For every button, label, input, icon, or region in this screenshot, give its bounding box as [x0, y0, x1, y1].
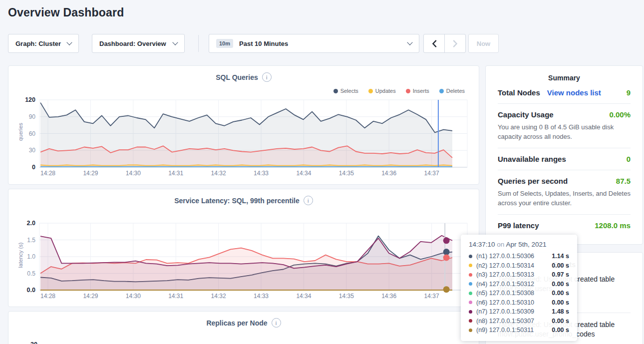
- summary-label: P99 latency: [498, 221, 539, 230]
- chart-hover-tooltip: 14:37:10 on Apr 5th, 2021 (n1) 127.0.0.1…: [461, 235, 577, 341]
- summary-value: 9: [627, 88, 631, 97]
- legend-label: Inserts: [413, 88, 429, 94]
- svg-text:14:34: 14:34: [296, 293, 311, 300]
- node-address: (n2) 127.0.0.1:50314: [476, 261, 534, 271]
- node-address: (n6) 127.0.0.1:50310: [476, 298, 534, 308]
- tooltip-node-row: (n8) 127.0.0.1:503070.00 s: [469, 317, 569, 326]
- tooltip-node-row: (n9) 127.0.0.1:503110.00 s: [469, 326, 569, 335]
- summary-panel: Summary Total Nodes View nodes list 9 Ca…: [485, 65, 643, 245]
- svg-text:14:32: 14:32: [211, 293, 226, 300]
- chevron-down-icon: [407, 39, 412, 45]
- graph-scope-dropdown[interactable]: Graph: Cluster: [8, 34, 79, 53]
- time-nav-group: [423, 34, 466, 53]
- graph-scope-dropdown-label: Graph: Cluster: [15, 40, 61, 47]
- svg-text:14:36: 14:36: [381, 170, 396, 177]
- node-color-dot: [469, 301, 472, 304]
- svg-text:14:32: 14:32: [211, 170, 226, 177]
- tooltip-node-row: (n6) 127.0.0.1:503100.00 s: [469, 298, 569, 308]
- legend-dot: [439, 89, 444, 93]
- chart-header: Service Latency: SQL, 99th percentile: [8, 196, 479, 205]
- svg-text:14:36: 14:36: [381, 293, 396, 300]
- summary-row-unavailable-ranges: Unavailable ranges 0: [498, 148, 631, 170]
- node-color-dot: [469, 282, 472, 286]
- svg-text:14:37: 14:37: [424, 170, 439, 177]
- chevron-right-icon: [453, 40, 458, 47]
- summary-label: Capacity Usage: [498, 110, 554, 119]
- legend-item-deletes[interactable]: Deletes: [439, 88, 465, 94]
- legend-item-selects[interactable]: Selects: [333, 88, 358, 94]
- node-address: (n9) 127.0.0.1:50311: [476, 326, 534, 335]
- node-address: (n8) 127.0.0.1:50307: [476, 317, 534, 326]
- tooltip-node-row: (n4) 127.0.0.1:503120.00 s: [469, 280, 569, 289]
- summary-row-total-nodes: Total Nodes View nodes list 9: [498, 82, 631, 104]
- svg-text:14:28: 14:28: [40, 170, 55, 177]
- tooltip-time: 14:37:10: [469, 241, 495, 248]
- legend-dot: [333, 89, 338, 93]
- chevron-down-icon: [172, 39, 178, 45]
- tooltip-node-row: (n1) 127.0.0.1:503061.14 s: [469, 252, 569, 261]
- summary-subtext: Sum of Selects, Updates, Inserts, and De…: [498, 189, 631, 208]
- chart-title: Service Latency: SQL, 99th percentile: [174, 197, 300, 205]
- time-next-button[interactable]: [445, 34, 465, 52]
- view-nodes-list-link[interactable]: View nodes list: [547, 88, 601, 97]
- node-latency-value: 0.00 s: [552, 317, 569, 326]
- chart-header: Replicas per Node: [8, 318, 479, 328]
- legend-dot: [368, 89, 373, 93]
- summary-value: 0: [627, 155, 631, 163]
- time-prev-button[interactable]: [424, 34, 445, 52]
- dashboard-dropdown-label: Dashboard: Overview: [99, 40, 166, 47]
- svg-text:90: 90: [29, 113, 36, 120]
- svg-text:14:34: 14:34: [296, 170, 311, 177]
- svg-text:14:35: 14:35: [339, 293, 354, 300]
- svg-text:30: 30: [29, 147, 36, 154]
- now-button[interactable]: Now: [468, 34, 499, 53]
- summary-label: Queries per second: [498, 177, 568, 185]
- node-latency-value: 0.00 s: [552, 280, 569, 289]
- chart-legend: SelectsUpdatesInsertsDeletes: [333, 88, 465, 94]
- time-range-badge: 10m: [216, 39, 233, 48]
- svg-text:60: 60: [29, 130, 36, 137]
- node-address: (n5) 127.0.0.1:50308: [476, 289, 534, 298]
- svg-text:1.0: 1.0: [27, 253, 35, 260]
- dashboard-dropdown[interactable]: Dashboard: Overview: [92, 34, 185, 53]
- node-latency-value: 1.14 s: [552, 252, 569, 261]
- svg-text:2.0: 2.0: [27, 220, 35, 227]
- tooltip-date: Apr 5th, 2021: [506, 241, 546, 248]
- node-latency-value: 0.97 s: [552, 270, 569, 280]
- node-address: (n3) 127.0.0.1:50313: [476, 270, 534, 280]
- node-color-dot: [469, 273, 472, 277]
- time-range-label: Past 10 Minutes: [239, 40, 408, 47]
- summary-label: Unavailable ranges: [498, 155, 566, 163]
- chevron-left-icon: [432, 40, 437, 47]
- node-color-dot: [469, 264, 472, 267]
- svg-text:14:30: 14:30: [126, 170, 141, 177]
- sql-queries-chart[interactable]: 14:2814:2914:3014:3114:3214:3314:3414:35…: [8, 66, 480, 185]
- tooltip-node-row: (n3) 127.0.0.1:503130.97 s: [469, 270, 569, 280]
- summary-row-queries-per-second: Queries per second 87.5 Sum of Selects, …: [498, 170, 631, 215]
- service-latency-chart[interactable]: 14:2814:2914:3014:3114:3214:3314:3414:35…: [8, 189, 480, 308]
- info-icon[interactable]: [304, 196, 313, 205]
- node-latency-value: 0.00 s: [552, 298, 569, 308]
- svg-text:0.5: 0.5: [27, 270, 35, 277]
- svg-text:14:31: 14:31: [168, 170, 183, 177]
- toolbar-divider: [198, 35, 199, 52]
- summary-subtext: You are using 0 B of 4.5 GiB usable disk…: [498, 122, 631, 141]
- overview-dashboard-page: Overview Dashboard Graph: Cluster Dashbo…: [0, 0, 644, 344]
- info-icon[interactable]: [262, 72, 272, 82]
- svg-text:14:33: 14:33: [254, 170, 269, 177]
- svg-text:1.5: 1.5: [27, 237, 35, 244]
- node-color-dot: [469, 319, 472, 323]
- chevron-down-icon: [66, 39, 72, 45]
- node-latency-value: 0.00 s: [552, 326, 569, 335]
- info-icon[interactable]: [272, 318, 281, 328]
- node-address: (n7) 127.0.0.1:50309: [476, 307, 534, 317]
- svg-text:14:31: 14:31: [168, 293, 183, 300]
- legend-item-updates[interactable]: Updates: [368, 88, 396, 94]
- replicas-per-node-panel: Replicas per Node 30: [8, 311, 479, 344]
- node-latency-value: 0.00 s: [552, 289, 569, 298]
- svg-text:120: 120: [25, 96, 35, 103]
- svg-text:14:35: 14:35: [339, 170, 354, 177]
- legend-item-inserts[interactable]: Inserts: [406, 88, 429, 94]
- node-color-dot: [469, 255, 472, 258]
- time-range-dropdown[interactable]: 10m Past 10 Minutes: [209, 34, 419, 53]
